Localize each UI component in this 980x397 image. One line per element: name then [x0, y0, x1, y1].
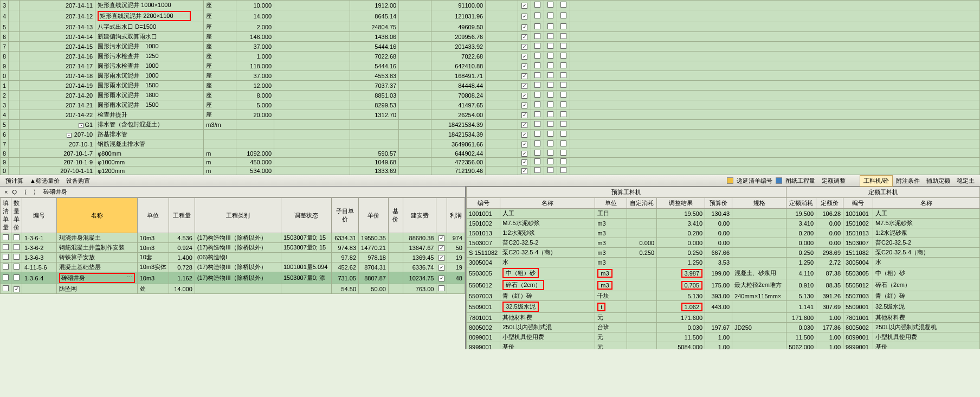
filter-q[interactable]: Q	[10, 189, 19, 195]
col-header[interactable]: 建安费	[403, 198, 436, 233]
table-row[interactable]: 5503005 中（粗）砂 m3 3.987 199.00 混凝土、砂浆用 4.…	[467, 267, 980, 279]
col-header[interactable]: 名称	[500, 198, 595, 209]
col-header[interactable]: 规格	[732, 198, 786, 209]
main-table-area: 3 207-14-11 矩形直线沉泥井 1000×1000 座 10.000 1…	[0, 0, 980, 175]
table-row[interactable]: 9 207-14-17 圆形污水检查井 1000 座 118.000 5444.…	[1, 61, 980, 71]
table-row[interactable]: 7 207-10-1 钢筋混凝土排水管 3649861.66	[1, 139, 980, 149]
table-row[interactable]: 7 207-14-15 圆形污水沉泥井 1000 座 37.000 5444.1…	[1, 42, 980, 52]
main-boq-table[interactable]: 3 207-14-11 矩形直线沉泥井 1000×1000 座 10.000 1…	[0, 0, 980, 175]
table-row[interactable]: 7801001 其他材料费 元 171.600 171.600 1.00 780…	[467, 313, 980, 323]
table-row[interactable]: 8 207-14-16 圆形污水检查井 1250 座 1.000 7022.68…	[1, 52, 980, 61]
col-header[interactable]: 利润	[447, 198, 465, 233]
group-budget: 预算工料机	[467, 187, 786, 198]
table-row[interactable]: 2 207-14-20 圆形雨水沉泥井 1800 座 8.000 8851.03…	[1, 91, 980, 100]
col-header[interactable]: 基价	[388, 198, 403, 233]
table-row[interactable]: 4-11-5-6 混凝土基础垫层 10m3实体 0.728 (17)构造物III…	[1, 262, 465, 272]
filter-text: 砖砌井身	[41, 188, 69, 196]
table-row[interactable]: 1501002 M7.5水泥砂浆 m3 3.410 0.00 3.410 0.0…	[467, 219, 980, 228]
table-row[interactable]: 9 207-10-1-9 φ1000mm m 450.000 1049.68 4…	[1, 158, 980, 167]
tb-deferred[interactable]: 递延清单编号	[733, 176, 776, 186]
col-header[interactable]: 定额消耗	[786, 198, 816, 209]
table-row[interactable]: 1 207-14-19 圆形雨水沉泥井 1500 座 12.000 7037.3…	[1, 81, 980, 91]
col-header[interactable]: 单位	[595, 198, 627, 209]
tb-notes[interactable]: 附注条件	[893, 176, 923, 186]
col-header[interactable]: 单位	[137, 198, 169, 233]
doc-icon	[727, 177, 733, 184]
tb-aux[interactable]: 辅助定额	[923, 176, 953, 186]
col-header[interactable]: 名称	[56, 198, 137, 233]
table-row[interactable]: 5 207-14-13 八字式出水口 D=1500 座 2.000 24804.…	[1, 22, 980, 32]
table-row[interactable]: 3005004 水 m3 1.250 3.53 1.250 2.72 30050…	[467, 258, 980, 267]
col-header[interactable]: 名称	[873, 198, 980, 209]
col-header[interactable]: 调整状态	[281, 198, 331, 233]
table-row[interactable]: 1-3-6-1 现浇井身混凝土 10m3 4.536 (17)构造物III（除桥…	[1, 233, 465, 243]
table-row[interactable]: 5507003 青（红）砖 千块 5.130 393.00 240mm×115m…	[467, 291, 980, 301]
table-row[interactable]: 4 207-14-22 检查井提升 座 20.000 1312.70 26254…	[1, 110, 980, 120]
col-header[interactable]	[436, 198, 447, 233]
sub-left-table[interactable]: 填清单量数量单价编号名称单位工程量工程类别调整状态子目单价单价基价建安费利润 1…	[0, 197, 465, 294]
tb-stable[interactable]: 稳定土	[953, 176, 978, 186]
table-row[interactable]: S 1511082 泵C20-32.5-4（商） m3 0.250 0.250 …	[467, 248, 980, 258]
col-header[interactable]: 工程量	[169, 198, 195, 233]
tb-equip[interactable]: 设备购置	[63, 176, 93, 186]
group-quota: 定额工料机	[786, 187, 980, 198]
table-row[interactable]: 1501013 1:2水泥砂浆 m3 0.280 0.00 0.280 0.00…	[467, 228, 980, 238]
table-row[interactable]: 1-3-6-4 砖砌井身⋯ 10m3 1.162 (17)构造物III（除桥以外…	[1, 272, 465, 284]
table-row[interactable]: 0 207-14-18 圆形雨水沉泥井 1000 座 37.000 4553.8…	[1, 71, 980, 81]
col-header[interactable]: 预算价	[705, 198, 732, 209]
filter-paren: （ ）	[19, 188, 41, 196]
bottom-split: × Q （ ） 砖砌井身 填清单量数量单价编号名称单位工程量工程类别调整状态子目…	[0, 187, 980, 349]
col-header[interactable]: 单价	[359, 198, 389, 233]
col-header[interactable]: 填清单量	[1, 198, 11, 233]
table-row[interactable]: 9999001 基价 元 5084.000 1.00 5062.000 1.00…	[467, 342, 980, 350]
col-header[interactable]: 编号	[467, 198, 500, 209]
col-header[interactable]: 数量单价	[11, 198, 22, 233]
col-header[interactable]: 调整结果	[657, 198, 705, 209]
table-row[interactable]: 防坠网 处 14.000 54.50 50.00 763.00	[1, 284, 465, 294]
table-row[interactable]: 1001001 人工 工日 19.500 130.43 19.500 106.2…	[467, 209, 980, 219]
table-row[interactable]: 5 -G1 排水管（含包封混凝土） m3/m 18421534.39	[1, 120, 980, 130]
grid-icon	[776, 177, 782, 184]
table-row[interactable]: 1-3-6-3 铸铁算子安放 10套 1.400 (06)构造物I 97.82 …	[1, 253, 465, 262]
col-header[interactable]: 编号	[843, 198, 873, 209]
filter-bar: × Q （ ） 砖砌井身	[0, 187, 465, 197]
col-header[interactable]: 子目单价	[332, 198, 359, 233]
table-row[interactable]: 5505012 碎石（2cm） m3 0.705 175.00 最大粒径2cm堆…	[467, 279, 980, 291]
tb-precalc[interactable]: 预计算	[2, 176, 27, 186]
col-header[interactable]: 自定消耗	[627, 198, 657, 209]
col-header[interactable]: 编号	[22, 198, 57, 233]
table-row[interactable]: 5509001 32.5级水泥 t 1.062 443.00 1.141 307…	[467, 301, 980, 313]
table-row[interactable]: 8 207-10-1-7 φ800mm m 1092.000 590.57 64…	[1, 149, 980, 158]
tb-material[interactable]: 工料机/砼	[860, 175, 893, 187]
table-row[interactable]: 1-3-6-2 钢筋混凝土井盖制作安装 10m3 0.924 (17)构造物II…	[1, 243, 465, 253]
tb-quota-adj[interactable]: 定额调整	[818, 176, 849, 186]
mid-toolbar: 预计算 ▲筛选量价 设备购置 递延清单编号 图纸工程量 定额调整 工料机/砼 附…	[0, 175, 980, 187]
col-header[interactable]: 定额价	[816, 198, 843, 209]
table-row[interactable]: 3 207-14-21 圆形雨水沉泥井 1500 座 5.000 8299.53…	[1, 100, 980, 110]
bottom-right-panel: 预算工料机 定额工料机 编号名称单位自定消耗调整结果预算价规格定额消耗定额价编号…	[466, 187, 980, 349]
table-row[interactable]: 8005002 250L以内强制式混 台班 0.030 197.67 JD250…	[467, 323, 980, 332]
table-row[interactable]: 3 207-14-11 矩形直线沉泥井 1000×1000 座 10.000 1…	[1, 1, 980, 10]
col-header[interactable]: 工程类别	[195, 198, 281, 233]
table-row[interactable]: 4 207-14-12 矩形直线沉泥井 2200×1100 座 14.000 8…	[1, 10, 980, 22]
table-row[interactable]: 1503007 普C20-32.5-2 m3 0.000 0.000 0.00 …	[467, 238, 980, 248]
table-row[interactable]: 8099001 小型机具使用费 元 11.500 1.00 11.500 1.0…	[467, 332, 980, 342]
table-row[interactable]: 6 207-14-14 新建偏沟式双算雨水口 座 146.000 1438.06…	[1, 32, 980, 42]
table-row[interactable]: 0 207-10-1-11 φ1200mm m 534.000 1333.69 …	[1, 167, 980, 175]
filter-x[interactable]: ×	[2, 189, 10, 195]
tb-filter[interactable]: ▲筛选量价	[27, 176, 63, 186]
sub-right-table[interactable]: 预算工料机 定额工料机 编号名称单位自定消耗调整结果预算价规格定额消耗定额价编号…	[466, 187, 980, 349]
tb-drawing[interactable]: 图纸工程量	[782, 176, 818, 186]
table-row[interactable]: 6 - 207-10 路基排水管 18421534.39	[1, 130, 980, 139]
bottom-left-panel: × Q （ ） 砖砌井身 填清单量数量单价编号名称单位工程量工程类别调整状态子目…	[0, 187, 466, 349]
